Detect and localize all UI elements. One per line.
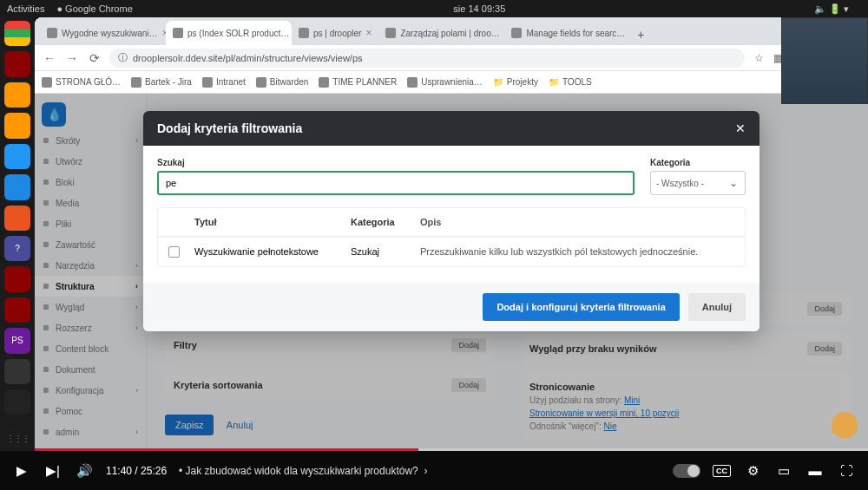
- dock-phpstorm[interactable]: PS: [4, 328, 30, 353]
- dock-obs[interactable]: [4, 389, 30, 415]
- bookmark[interactable]: TIME PLANNER: [319, 77, 397, 88]
- clock[interactable]: sie 14 09:35: [453, 3, 505, 14]
- col-category: Kategoria: [351, 217, 420, 227]
- dock-app-4[interactable]: [4, 113, 30, 138]
- captions-button[interactable]: CC: [713, 465, 731, 477]
- ubuntu-dock: ? PS: [0, 17, 35, 451]
- video-time: 11:40 / 25:26: [106, 465, 167, 477]
- dock-app-12[interactable]: [4, 359, 30, 384]
- dock-apps-grid[interactable]: [4, 425, 30, 450]
- row-description: Przeszukiwanie kilku lub wszystkich pól …: [420, 246, 734, 258]
- col-description: Opis: [420, 217, 734, 227]
- next-button[interactable]: ▶|: [43, 463, 62, 479]
- dock-help[interactable]: ?: [4, 236, 30, 261]
- chrome-indicator[interactable]: ● Google Chrome: [56, 3, 144, 14]
- autoplay-toggle[interactable]: [673, 464, 700, 478]
- status-icons[interactable]: 🔈 🔋 ▾: [814, 3, 849, 15]
- bookmark[interactable]: STRONA GŁÓ…: [42, 77, 121, 88]
- dock-software[interactable]: [4, 206, 30, 231]
- cancel-button[interactable]: Anuluj: [688, 293, 746, 321]
- activities-label[interactable]: Activities: [7, 3, 44, 14]
- forward-button[interactable]: →: [64, 51, 80, 65]
- secure-icon: ⓘ: [118, 51, 128, 64]
- bookmark[interactable]: 📁 Projekty: [493, 77, 538, 87]
- video-controls: ▶ ▶| 🔊 11:40 / 25:26 • Jak zbudować wido…: [0, 451, 868, 490]
- modal-overlay: Dodaj kryteria filtrowania ✕ Szukaj Kate…: [35, 94, 868, 451]
- address-bar: ← → ⟳ ⓘdrooplersolr.ddev.site/pl/admin/s…: [35, 45, 868, 71]
- browser-tab[interactable]: Wygodne wyszukiwani…×: [40, 21, 166, 45]
- table-row[interactable]: Wyszukiwanie pełnotekstowe Szukaj Przesz…: [158, 237, 745, 266]
- dock-app-5[interactable]: [4, 144, 30, 169]
- chrome-window: Wygodne wyszukiwani…× ps (Index SOLR pro…: [35, 17, 868, 451]
- reload-button[interactable]: ⟳: [87, 51, 102, 65]
- search-label: Szukaj: [157, 158, 635, 167]
- add-filter-modal: Dodaj kryteria filtrowania ✕ Szukaj Kate…: [143, 111, 760, 331]
- drupal-page: 💧 Skróty› Utwórz Bloki Media Pliki Zawar…: [35, 94, 868, 451]
- teapot-icon: [832, 412, 858, 438]
- bookmark[interactable]: Bitwarden: [256, 77, 308, 88]
- dock-chrome[interactable]: [4, 21, 30, 46]
- dock-app-3[interactable]: [4, 82, 30, 108]
- browser-tab[interactable]: ps | droopler×: [292, 21, 378, 45]
- browser-tab[interactable]: ps (Index SOLR product…×: [166, 21, 292, 45]
- play-button[interactable]: ▶: [12, 463, 31, 479]
- close-icon[interactable]: ×: [365, 27, 372, 39]
- results-table: Tytuł Kategoria Opis Wyszukiwanie pełnot…: [157, 207, 746, 267]
- dock-terminal[interactable]: [4, 51, 30, 76]
- close-icon[interactable]: ✕: [735, 121, 746, 135]
- browser-tab[interactable]: Manage fields for searc…×: [504, 21, 630, 45]
- dock-app-6[interactable]: [4, 174, 30, 199]
- search-input[interactable]: [157, 171, 635, 195]
- bookmark[interactable]: Usprawnienia…: [407, 77, 483, 88]
- back-button[interactable]: ←: [42, 51, 57, 65]
- modal-header: Dodaj kryteria filtrowania ✕: [143, 111, 760, 146]
- ubuntu-top-bar: Activities ● Google Chrome sie 14 09:35 …: [0, 0, 868, 17]
- miniplayer-icon[interactable]: ▭: [774, 463, 793, 479]
- tab-strip: Wygodne wyszukiwani…× ps (Index SOLR pro…: [35, 17, 868, 45]
- bookmark[interactable]: 📁 TOOLS: [549, 77, 592, 87]
- row-checkbox[interactable]: [168, 246, 180, 258]
- col-title: Tytuł: [194, 217, 351, 227]
- bookmark[interactable]: Bartek - Jira: [131, 77, 192, 88]
- star-icon[interactable]: ☆: [752, 51, 766, 65]
- add-configure-button[interactable]: Dodaj i konfiguruj kryteria filtrowania: [483, 293, 679, 321]
- bookmark[interactable]: Intranet: [202, 77, 246, 88]
- volume-icon[interactable]: 🔊: [75, 463, 94, 479]
- webcam-overlay: [781, 17, 868, 104]
- modal-title: Dodaj kryteria filtrowania: [157, 121, 302, 135]
- new-tab-button[interactable]: +: [630, 24, 651, 45]
- browser-tab[interactable]: Zarządzaj polami | droo…×: [378, 21, 504, 45]
- bookmarks-bar: STRONA GŁÓ… Bartek - Jira Intranet Bitwa…: [35, 71, 868, 94]
- category-label: Kategoria: [650, 158, 746, 167]
- modal-footer: Dodaj i konfiguruj kryteria filtrowania …: [143, 283, 760, 331]
- theater-icon[interactable]: ▬: [806, 463, 825, 478]
- category-select[interactable]: - Wszystko -: [650, 171, 746, 195]
- dock-app-9[interactable]: [4, 266, 30, 291]
- dock-app-10[interactable]: [4, 297, 30, 323]
- url-input[interactable]: ⓘdrooplersolr.ddev.site/pl/admin/structu…: [109, 49, 745, 68]
- fullscreen-icon[interactable]: ⛶: [837, 463, 856, 478]
- row-title: Wyszukiwanie pełnotekstowe: [194, 246, 351, 258]
- video-title[interactable]: • Jak zbudować widok dla wyszukiwarki pr…: [179, 465, 661, 477]
- row-category: Szukaj: [351, 246, 420, 258]
- settings-icon[interactable]: ⚙: [743, 463, 762, 479]
